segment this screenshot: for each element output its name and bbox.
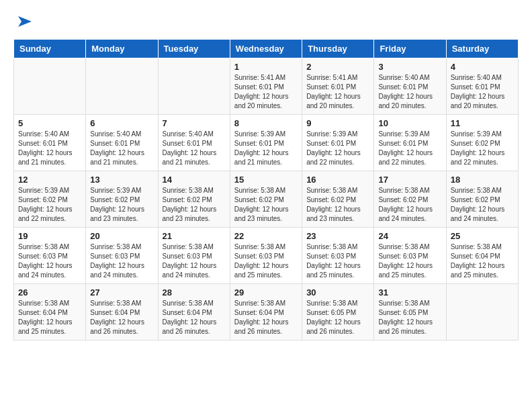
calendar-cell: 17Sunrise: 5:38 AMSunset: 6:02 PMDayligh… xyxy=(374,171,446,228)
day-number: 10 xyxy=(378,118,441,128)
calendar-cell: 11Sunrise: 5:39 AMSunset: 6:02 PMDayligh… xyxy=(446,115,518,171)
cell-info: Sunrise: 5:40 AMSunset: 6:01 PMDaylight:… xyxy=(18,130,81,167)
calendar-cell: 30Sunrise: 5:38 AMSunset: 6:05 PMDayligh… xyxy=(302,284,374,340)
cell-info: Sunrise: 5:40 AMSunset: 6:01 PMDaylight:… xyxy=(378,73,441,111)
calendar-cell xyxy=(14,58,86,115)
cell-info: Sunrise: 5:38 AMSunset: 6:04 PMDaylight:… xyxy=(234,299,298,336)
calendar-cell: 1Sunrise: 5:41 AMSunset: 6:01 PMDaylight… xyxy=(230,58,302,115)
calendar-week-row: 5Sunrise: 5:40 AMSunset: 6:01 PMDaylight… xyxy=(14,115,519,171)
day-number: 17 xyxy=(378,175,441,185)
weekday-header: Wednesday xyxy=(230,40,302,58)
cell-info: Sunrise: 5:39 AMSunset: 6:01 PMDaylight:… xyxy=(234,130,298,167)
calendar-header: SundayMondayTuesdayWednesdayThursdayFrid… xyxy=(14,40,519,58)
calendar-cell: 5Sunrise: 5:40 AMSunset: 6:01 PMDaylight… xyxy=(14,115,86,171)
weekday-header: Monday xyxy=(86,40,158,58)
cell-info: Sunrise: 5:39 AMSunset: 6:02 PMDaylight:… xyxy=(18,186,81,224)
logo-text xyxy=(13,13,35,32)
calendar-body: 1Sunrise: 5:41 AMSunset: 6:01 PMDaylight… xyxy=(14,58,519,340)
calendar-cell: 20Sunrise: 5:38 AMSunset: 6:03 PMDayligh… xyxy=(86,228,158,284)
day-number: 11 xyxy=(451,118,514,128)
cell-info: Sunrise: 5:38 AMSunset: 6:03 PMDaylight:… xyxy=(378,242,441,280)
day-number: 14 xyxy=(163,175,226,185)
day-number: 29 xyxy=(234,287,298,298)
day-number: 24 xyxy=(378,231,441,241)
cell-info: Sunrise: 5:38 AMSunset: 6:03 PMDaylight:… xyxy=(18,242,81,280)
cell-info: Sunrise: 5:38 AMSunset: 6:03 PMDaylight:… xyxy=(234,242,298,280)
day-number: 5 xyxy=(18,118,81,128)
cell-info: Sunrise: 5:40 AMSunset: 6:01 PMDaylight:… xyxy=(163,130,226,167)
calendar-cell: 9Sunrise: 5:39 AMSunset: 6:01 PMDaylight… xyxy=(302,115,374,171)
calendar-cell: 13Sunrise: 5:39 AMSunset: 6:02 PMDayligh… xyxy=(86,171,158,228)
calendar-week-row: 26Sunrise: 5:38 AMSunset: 6:04 PMDayligh… xyxy=(14,284,519,340)
weekday-header: Friday xyxy=(374,40,446,58)
cell-info: Sunrise: 5:38 AMSunset: 6:04 PMDaylight:… xyxy=(451,242,514,280)
day-number: 16 xyxy=(306,175,369,185)
logo xyxy=(13,13,35,32)
calendar-cell: 14Sunrise: 5:38 AMSunset: 6:02 PMDayligh… xyxy=(158,171,230,228)
day-number: 22 xyxy=(234,231,298,241)
cell-info: Sunrise: 5:39 AMSunset: 6:01 PMDaylight:… xyxy=(306,130,369,167)
cell-info: Sunrise: 5:38 AMSunset: 6:03 PMDaylight:… xyxy=(163,242,226,280)
day-number: 28 xyxy=(163,287,226,298)
cell-info: Sunrise: 5:39 AMSunset: 6:01 PMDaylight:… xyxy=(378,130,441,167)
day-number: 15 xyxy=(234,175,298,185)
day-number: 12 xyxy=(18,175,81,185)
day-number: 20 xyxy=(90,231,153,241)
day-number: 13 xyxy=(90,175,153,185)
day-number: 27 xyxy=(90,287,153,298)
calendar-cell: 31Sunrise: 5:38 AMSunset: 6:05 PMDayligh… xyxy=(374,284,446,340)
cell-info: Sunrise: 5:41 AMSunset: 6:01 PMDaylight:… xyxy=(234,73,298,111)
day-number: 4 xyxy=(451,62,514,72)
cell-info: Sunrise: 5:38 AMSunset: 6:05 PMDaylight:… xyxy=(378,299,441,336)
cell-info: Sunrise: 5:38 AMSunset: 6:02 PMDaylight:… xyxy=(306,186,369,224)
calendar-cell: 3Sunrise: 5:40 AMSunset: 6:01 PMDaylight… xyxy=(374,58,446,115)
weekday-header: Tuesday xyxy=(158,40,230,58)
calendar-cell: 22Sunrise: 5:38 AMSunset: 6:03 PMDayligh… xyxy=(230,228,302,284)
calendar-week-row: 12Sunrise: 5:39 AMSunset: 6:02 PMDayligh… xyxy=(14,171,519,228)
day-number: 25 xyxy=(451,231,514,241)
calendar-cell xyxy=(86,58,158,115)
cell-info: Sunrise: 5:38 AMSunset: 6:05 PMDaylight:… xyxy=(306,299,369,336)
weekday-header: Saturday xyxy=(446,40,518,58)
cell-info: Sunrise: 5:40 AMSunset: 6:01 PMDaylight:… xyxy=(90,130,153,167)
cell-info: Sunrise: 5:39 AMSunset: 6:02 PMDaylight:… xyxy=(90,186,153,224)
header-row: SundayMondayTuesdayWednesdayThursdayFrid… xyxy=(14,40,519,58)
calendar-cell: 15Sunrise: 5:38 AMSunset: 6:02 PMDayligh… xyxy=(230,171,302,228)
calendar-cell: 25Sunrise: 5:38 AMSunset: 6:04 PMDayligh… xyxy=(446,228,518,284)
weekday-header: Thursday xyxy=(302,40,374,58)
day-number: 9 xyxy=(306,118,369,128)
calendar-cell: 24Sunrise: 5:38 AMSunset: 6:03 PMDayligh… xyxy=(374,228,446,284)
calendar-cell: 19Sunrise: 5:38 AMSunset: 6:03 PMDayligh… xyxy=(14,228,86,284)
cell-info: Sunrise: 5:38 AMSunset: 6:03 PMDaylight:… xyxy=(306,242,369,280)
cell-info: Sunrise: 5:39 AMSunset: 6:02 PMDaylight:… xyxy=(451,130,514,167)
weekday-header: Sunday xyxy=(14,40,86,58)
day-number: 30 xyxy=(306,287,369,298)
day-number: 8 xyxy=(234,118,298,128)
calendar-cell: 29Sunrise: 5:38 AMSunset: 6:04 PMDayligh… xyxy=(230,284,302,340)
page-header xyxy=(13,13,519,32)
day-number: 2 xyxy=(306,62,369,72)
calendar-cell: 16Sunrise: 5:38 AMSunset: 6:02 PMDayligh… xyxy=(302,171,374,228)
calendar-cell: 7Sunrise: 5:40 AMSunset: 6:01 PMDaylight… xyxy=(158,115,230,171)
calendar-cell: 18Sunrise: 5:38 AMSunset: 6:02 PMDayligh… xyxy=(446,171,518,228)
day-number: 31 xyxy=(378,287,441,298)
cell-info: Sunrise: 5:38 AMSunset: 6:04 PMDaylight:… xyxy=(163,299,226,336)
cell-info: Sunrise: 5:41 AMSunset: 6:01 PMDaylight:… xyxy=(306,73,369,111)
day-number: 18 xyxy=(451,175,514,185)
calendar-cell: 6Sunrise: 5:40 AMSunset: 6:01 PMDaylight… xyxy=(86,115,158,171)
calendar-cell: 2Sunrise: 5:41 AMSunset: 6:01 PMDaylight… xyxy=(302,58,374,115)
logo-icon xyxy=(15,13,35,30)
day-number: 21 xyxy=(163,231,226,241)
cell-info: Sunrise: 5:38 AMSunset: 6:03 PMDaylight:… xyxy=(90,242,153,280)
day-number: 26 xyxy=(18,287,81,298)
calendar-cell: 23Sunrise: 5:38 AMSunset: 6:03 PMDayligh… xyxy=(302,228,374,284)
day-number: 1 xyxy=(234,62,298,72)
cell-info: Sunrise: 5:38 AMSunset: 6:02 PMDaylight:… xyxy=(234,186,298,224)
cell-info: Sunrise: 5:38 AMSunset: 6:04 PMDaylight:… xyxy=(18,299,81,336)
calendar-cell: 12Sunrise: 5:39 AMSunset: 6:02 PMDayligh… xyxy=(14,171,86,228)
calendar-cell: 26Sunrise: 5:38 AMSunset: 6:04 PMDayligh… xyxy=(14,284,86,340)
cell-info: Sunrise: 5:38 AMSunset: 6:02 PMDaylight:… xyxy=(163,186,226,224)
calendar-cell xyxy=(158,58,230,115)
calendar-cell: 21Sunrise: 5:38 AMSunset: 6:03 PMDayligh… xyxy=(158,228,230,284)
calendar-cell xyxy=(446,284,518,340)
